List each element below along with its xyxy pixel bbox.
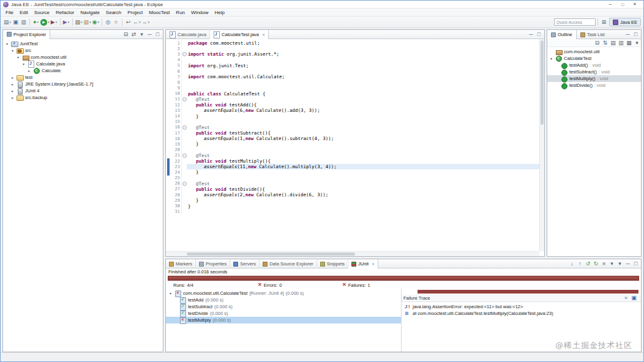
maximize-window-button[interactable]: □: [616, 1, 629, 8]
expand-arrow-icon[interactable]: ▾: [549, 56, 553, 61]
view-menu-icon[interactable]: ▾: [138, 30, 146, 39]
code-line-16[interactable]: 16−@Test: [166, 125, 539, 130]
code-line-2[interactable]: 2: [166, 46, 539, 51]
code-line-27[interactable]: 27public void testDivide(){: [166, 187, 539, 192]
expand-arrow-icon[interactable]: ▾: [16, 55, 20, 59]
expand-arrow-icon[interactable]: ▾: [21, 62, 26, 66]
outline-item-calculatetest[interactable]: ▾CalculateTest: [547, 55, 641, 62]
stop-test-icon[interactable]: ■: [600, 259, 608, 268]
code-line-24[interactable]: 24}: [166, 169, 539, 175]
menu-item-navigate[interactable]: Navigate: [77, 9, 103, 16]
expand-arrow-icon[interactable]: ▾: [5, 42, 9, 46]
new-class-icon[interactable]: ◉▾: [92, 18, 100, 27]
code-line-6[interactable]: 6: [166, 68, 539, 74]
code-line-23[interactable]: 23assertEquals(11,new Calculate().multip…: [166, 164, 539, 169]
code-line-30[interactable]: 30}: [166, 203, 539, 209]
show-previous-failure-icon[interactable]: ↑: [576, 259, 584, 268]
code-line-26[interactable]: 26−@Test: [166, 181, 539, 187]
debug-icon[interactable]: ●▾: [32, 18, 40, 27]
outline-item-testdivide[interactable]: testDivide() : void: [547, 82, 641, 89]
expand-arrow-icon[interactable]: ▸: [10, 89, 15, 93]
outline-item-testadd[interactable]: testAdd() : void: [547, 62, 641, 68]
hide-non-public-members-icon[interactable]: ▦: [625, 39, 633, 48]
menu-item-run[interactable]: Run: [173, 9, 188, 16]
last-edit-location-icon[interactable]: ↩: [124, 18, 132, 27]
tree-item-calculate[interactable]: ▸Calculate: [3, 67, 163, 74]
editor-body[interactable]: 1package com.mooctest.util;23−import sta…: [166, 39, 544, 256]
code-line-20[interactable]: 20: [166, 147, 539, 153]
tab-snippets[interactable]: Snippets: [317, 259, 348, 268]
menu-item-search[interactable]: Search: [103, 9, 124, 16]
open-perspective-icon[interactable]: ⊞: [600, 18, 608, 27]
tree-item-junittest[interactable]: ▾JunitTest: [3, 40, 163, 47]
tab-junit[interactable]: JUnit✕: [348, 259, 378, 268]
coverage-icon[interactable]: ▶▾: [62, 18, 70, 27]
tree-item-test[interactable]: ▸test: [3, 74, 163, 81]
view-menu-icon[interactable]: ▾: [633, 39, 641, 48]
tab-properties[interactable]: Properties: [196, 259, 230, 268]
editor-tab-calculatetest-java[interactable]: CalculateTest.java✕: [210, 30, 269, 39]
menu-item-window[interactable]: Window: [188, 9, 211, 16]
collapse-all-icon[interactable]: ⊟: [122, 30, 130, 39]
code-line-22[interactable]: 22public void testMultiply(){: [166, 158, 539, 164]
compare-result-icon[interactable]: ▣: [630, 294, 638, 303]
horizontal-scroll-thumb[interactable]: [187, 253, 355, 256]
rerun-failed-first-icon[interactable]: ↻: [592, 259, 600, 268]
close-tab-icon[interactable]: ✕: [262, 32, 265, 37]
forward-icon[interactable]: →▾: [141, 18, 151, 27]
expand-arrow-icon[interactable]: ▸: [27, 68, 31, 73]
code-line-5[interactable]: 5import org.junit.Test;: [166, 63, 539, 68]
code-line-13[interactable]: 13assertEquals(6,new Calculate().add(3, …: [166, 108, 539, 113]
fold-collapse-icon[interactable]: −: [182, 97, 187, 102]
quick-access-input[interactable]: [554, 18, 596, 26]
tab-servers[interactable]: Servers: [230, 259, 260, 268]
menu-item-refactor[interactable]: Refactor: [53, 9, 77, 16]
editor-horizontal-scrollbar[interactable]: [166, 251, 539, 256]
maximize-icon[interactable]: □: [535, 30, 543, 39]
menu-item-edit[interactable]: Edit: [17, 9, 31, 16]
menu-item-project[interactable]: Project: [124, 9, 146, 16]
tree-item-src-backup[interactable]: ▸src.backup: [3, 94, 163, 101]
outline-item-com-mooctest-util[interactable]: com.mooctest.util: [547, 48, 641, 55]
hide-fields-icon[interactable]: ▤: [609, 39, 617, 48]
code-line-7[interactable]: 7import com.mooctest.util.Calculate;: [166, 74, 539, 79]
expand-arrow-icon[interactable]: ▸: [10, 95, 15, 100]
collapse-all-icon[interactable]: ⊟: [593, 39, 601, 48]
code-line-11[interactable]: 11−@Test: [166, 97, 539, 102]
maximize-icon[interactable]: □: [154, 30, 162, 39]
new-java-project-icon[interactable]: ▧▾: [75, 18, 83, 27]
open-type-icon[interactable]: ◎: [104, 18, 112, 27]
code-line-14[interactable]: 14}: [166, 113, 539, 119]
editor-vertical-scrollbar[interactable]: [539, 39, 544, 251]
junit-case-testsubtract[interactable]: testSubtract (0.000 s): [166, 303, 401, 310]
tree-item-com-mooctest-util[interactable]: ▾com.mooctest.util: [3, 54, 163, 61]
outline-item-testmultiply[interactable]: testMultiply() : void: [547, 75, 641, 82]
search-icon[interactable]: ○: [112, 18, 120, 27]
tree-item-src[interactable]: ▾src: [3, 47, 163, 54]
new-package-icon[interactable]: ▨▾: [83, 18, 92, 27]
close-window-button[interactable]: ✕: [629, 1, 641, 8]
junit-case-testdivide[interactable]: testDivide (0.000 s): [166, 310, 401, 317]
menu-item-file[interactable]: File: [2, 9, 17, 16]
tab-data-source-explorer[interactable]: Data Source Explorer: [260, 259, 317, 268]
run-icon[interactable]: ▶▾: [40, 18, 50, 27]
menu-item-source[interactable]: Source: [31, 9, 53, 16]
expand-arrow-icon[interactable]: ▾: [168, 291, 173, 295]
code-line-1[interactable]: 1package com.mooctest.util;: [166, 40, 539, 46]
expand-arrow-icon[interactable]: ▾: [10, 48, 15, 53]
code-line-9[interactable]: 9: [166, 86, 539, 91]
editor-tab-calculate-java[interactable]: Calculate.java: [166, 30, 210, 39]
minimize-icon[interactable]: ─: [624, 259, 632, 268]
hide-static-members-icon[interactable]: ▥: [617, 39, 625, 48]
sort-icon[interactable]: ⇅: [601, 39, 609, 48]
junit-case-testmultiply[interactable]: testMultiply (0.000 s): [166, 317, 401, 323]
minimize-icon[interactable]: ─: [527, 30, 535, 39]
menu-item-help[interactable]: Help: [212, 9, 228, 16]
code-line-10[interactable]: 10public class CalculateTest {: [166, 91, 539, 97]
expand-arrow-icon[interactable]: ▸: [10, 75, 15, 79]
save-icon[interactable]: ▣: [12, 18, 20, 27]
code-line-21[interactable]: 21−@Test: [166, 153, 539, 158]
link-with-editor-icon[interactable]: ⇄: [130, 30, 138, 39]
code-line-18[interactable]: 18assertEquals(1,new Calculate().subtrac…: [166, 136, 539, 141]
run-external-tools-icon[interactable]: ▶▾: [50, 18, 58, 27]
